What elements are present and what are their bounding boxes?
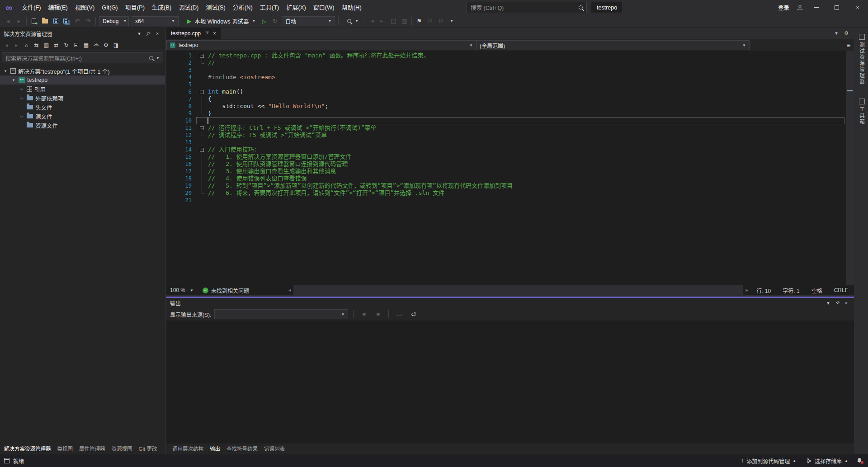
output-content[interactable] — [166, 321, 854, 443]
zoom-dropdown[interactable]: 100 % ▼ — [166, 287, 197, 293]
menu-item-4[interactable]: Git(G) — [98, 0, 121, 15]
indent-icon[interactable]: ⇥ — [366, 16, 377, 27]
code-line-15[interactable]: 15// 1. 使用解决方案资源管理器窗口添加/管理文件 — [166, 153, 846, 160]
code-line-20[interactable]: 20// 6. 将来，若要再次打开此项目，请转到“文件”>“打开”>“项目”并选… — [166, 189, 846, 197]
output-source-dropdown[interactable]: ▼ — [214, 309, 348, 319]
close-icon[interactable]: × — [842, 299, 850, 307]
output-panel-header[interactable]: 输出 ▾ × — [166, 298, 854, 308]
editor-horizontal-scrollbar[interactable]: ◄ ► — [286, 285, 750, 295]
uncomment-icon[interactable]: ▥ — [399, 16, 410, 27]
scroll-left-icon[interactable]: ◄ — [286, 288, 293, 292]
task-status-icon[interactable] — [4, 458, 9, 463]
left-panel-tab-2[interactable]: 类视图 — [54, 443, 76, 454]
spaces-indicator[interactable]: 空格 — [806, 287, 828, 294]
menu-item-11[interactable]: 扩展(X) — [283, 0, 309, 15]
word-wrap-icon[interactable]: ⏎ — [408, 309, 419, 320]
editor-options-icon[interactable]: ⚙ — [842, 29, 850, 38]
save-icon[interactable] — [50, 16, 61, 27]
code-line-5[interactable]: 5 — [166, 81, 846, 88]
start-debugging-button[interactable]: ▶ 本地 Windows 调试器 ▼ — [184, 17, 259, 25]
menu-item-12[interactable]: 窗口(W) — [310, 0, 338, 15]
solution-explorer-search-box[interactable]: 搜索解决方案资源管理器(Ctrl+;) ▼ — [2, 52, 163, 63]
left-panel-tab-5[interactable]: Git 更改 — [136, 443, 160, 454]
horizontal-splitter[interactable] — [166, 295, 854, 298]
start-without-debugging-icon[interactable]: ▷ — [259, 16, 269, 27]
refresh-icon[interactable]: ↻ — [61, 40, 71, 50]
properties-icon[interactable]: ⚙ — [101, 40, 111, 50]
navigate-forward-icon[interactable]: ▸ — [14, 16, 24, 27]
tree-row-6[interactable]: ▹源文件 — [0, 112, 165, 121]
tree-row-1[interactable]: ▾解决方案"testrepo"(1 个项目/共 1 个) — [0, 66, 165, 75]
tree-row-2[interactable]: ▾++testrepo — [0, 75, 165, 85]
solution-explorer-header[interactable]: 解决方案资源管理器 ▾ × — [0, 28, 165, 39]
document-health-indicator[interactable]: ✓ 未找到相关问题 — [197, 287, 255, 294]
view-code-icon[interactable] — [91, 40, 101, 50]
outdent-icon[interactable]: ⇤ — [377, 16, 388, 27]
code-line-11[interactable]: 11// 运行程序: Ctrl + F5 或调试 >“开始执行(不调试)”菜单 — [166, 124, 846, 132]
goto-previous-message-icon[interactable]: ≡ — [359, 309, 369, 320]
menu-item-2[interactable]: 编辑(E) — [45, 0, 71, 15]
chevron-expanded-icon[interactable]: ▾ — [11, 78, 16, 82]
symbol-scope-dropdown[interactable]: (全局范围) ▼ — [476, 40, 750, 50]
code-editor[interactable]: 1// testrepo.cpp : 此文件包含 "main" 函数。程序执行将… — [166, 51, 854, 285]
scroll-right-icon[interactable]: ► — [743, 288, 750, 292]
window-position-chevron-icon[interactable]: ▾ — [824, 299, 832, 307]
back-icon[interactable]: ◂ — [2, 40, 11, 50]
save-all-icon[interactable] — [61, 16, 72, 27]
goto-next-message-icon[interactable]: ≡ — [373, 309, 383, 320]
split-window-icon[interactable]: ⊞ — [846, 41, 854, 49]
next-bookmark-icon[interactable]: ⚐ — [435, 16, 446, 27]
fold-toggle-icon[interactable] — [196, 52, 207, 59]
undo-icon[interactable]: ↶ — [72, 16, 83, 27]
chevron-expanded-icon[interactable]: ▾ — [3, 69, 8, 73]
code-line-9[interactable]: 9} — [166, 110, 846, 117]
caret-char-indicator[interactable]: 字符: 1 — [777, 287, 805, 294]
output-panel-tab-3[interactable]: 查找符号结果 — [223, 443, 261, 454]
comment-icon[interactable]: ▤ — [388, 16, 399, 27]
collapse-all-icon[interactable] — [71, 40, 81, 50]
pin-icon[interactable] — [833, 299, 841, 307]
minimize-button[interactable] — [806, 0, 826, 15]
find-options-chevron-icon[interactable]: ▼ — [351, 16, 362, 27]
editor-vertical-scrollbar[interactable] — [846, 51, 854, 285]
new-file-icon[interactable] — [28, 16, 39, 27]
output-panel-tab-4[interactable]: 错误列表 — [261, 443, 288, 454]
profile-icon[interactable] — [794, 4, 806, 11]
menu-item-13[interactable]: 帮助(H) — [338, 0, 365, 15]
document-tab-testrepo-cpp[interactable]: testrepo.cpp × — [166, 28, 221, 39]
add-to-source-control-button[interactable]: ↑ 添加到源代码管理 ▲ — [737, 457, 800, 465]
code-line-17[interactable]: 17// 3. 使用输出窗口查看生成输出和其他消息 — [166, 168, 846, 175]
tree-row-7[interactable]: 资源文件 — [0, 121, 165, 130]
current-repo-chip[interactable]: testrepo — [591, 2, 623, 13]
code-line-18[interactable]: 18// 4. 使用错误列表窗口查看错误 — [166, 175, 846, 182]
sync-with-active-document-icon[interactable]: ⇄ — [52, 40, 61, 50]
menu-item-1[interactable]: 文件(F) — [18, 0, 45, 15]
code-line-6[interactable]: 6int main() — [166, 88, 846, 95]
project-scope-dropdown[interactable]: ++ testrepo ▼ — [166, 40, 476, 50]
menu-item-3[interactable]: 视图(V) — [71, 0, 98, 15]
code-line-3[interactable]: 3 — [166, 66, 846, 74]
close-tab-icon[interactable]: × — [213, 30, 216, 37]
right-autohide-tab-2[interactable]: 工具箱 — [858, 99, 865, 125]
code-line-4[interactable]: 4#include <iostream> — [166, 74, 846, 81]
code-line-13[interactable]: 13 — [166, 139, 846, 146]
menu-item-6[interactable]: 生成(B) — [148, 0, 175, 15]
maximize-button[interactable] — [826, 0, 847, 15]
left-panel-tab-1[interactable]: 解决方案资源管理器 — [1, 443, 54, 454]
caret-line-indicator[interactable]: 行: 10 — [750, 287, 777, 294]
fold-toggle-icon[interactable] — [196, 124, 207, 132]
attach-auto-dropdown[interactable]: 自动 ▼ — [282, 16, 335, 26]
show-all-files-icon[interactable]: ▦ — [81, 40, 91, 50]
code-line-21[interactable]: 21 — [166, 197, 846, 204]
tree-row-4[interactable]: ▹外部依赖项 — [0, 94, 165, 103]
pin-icon[interactable] — [204, 30, 209, 37]
code-line-12[interactable]: 12// 调试程序: F5 或调试 >“开始调试”菜单 — [166, 132, 846, 139]
horizontal-scroll-track[interactable] — [293, 285, 743, 295]
solution-platform-dropdown[interactable]: x64 ▼ — [132, 16, 179, 26]
chevron-collapsed-icon[interactable]: ▹ — [19, 96, 24, 100]
tree-row-3[interactable]: ▹引用 — [0, 85, 165, 94]
left-panel-tab-3[interactable]: 属性管理器 — [76, 443, 108, 454]
menu-item-10[interactable]: 工具(T) — [256, 0, 283, 15]
right-autohide-tab-1[interactable]: 测试资源管理器 — [858, 34, 865, 85]
active-files-chevron-icon[interactable]: ▾ — [832, 29, 840, 38]
